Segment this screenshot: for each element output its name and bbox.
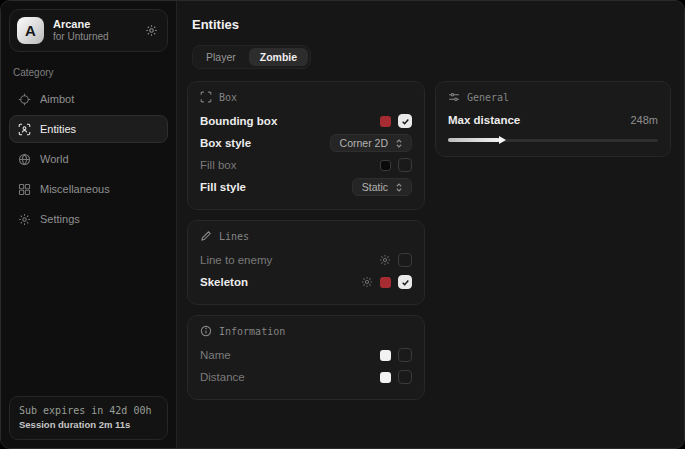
setting-label: Fill style	[200, 181, 246, 193]
setting-row: Skeleton	[200, 271, 412, 293]
subscription-expiry: Sub expires in 42d 00h	[19, 404, 158, 419]
setting-label: Fill box	[200, 159, 236, 171]
setting-label: Box style	[200, 137, 251, 149]
setting-row: Box style Corner 2D	[200, 132, 412, 154]
checkbox-unchecked[interactable]	[398, 158, 412, 172]
session-duration: Session duration 2m 11s	[19, 418, 158, 432]
gear-icon	[18, 213, 31, 226]
dropdown-value: Corner 2D	[340, 137, 388, 149]
setting-row: Bounding box	[200, 110, 412, 132]
info-icon	[200, 325, 212, 337]
setting-label: Line to enemy	[200, 254, 272, 266]
sidebar-item-label: Settings	[40, 213, 80, 225]
max-distance-slider[interactable]	[448, 135, 658, 145]
section-title: Box	[219, 92, 237, 103]
sidebar-item-entities[interactable]: Entities	[9, 115, 168, 143]
box-style-dropdown[interactable]: Corner 2D	[330, 134, 412, 152]
gear-icon[interactable]	[379, 254, 391, 266]
section-title: Lines	[219, 231, 249, 242]
slider-fill	[448, 138, 500, 142]
brand-logo: A	[17, 17, 44, 44]
category-label: Category	[13, 67, 164, 78]
slider-handle[interactable]	[499, 136, 506, 144]
checkbox-checked[interactable]	[398, 275, 412, 289]
entity-scan-icon	[18, 123, 31, 136]
section-title: Information	[219, 326, 285, 337]
globe-icon	[18, 153, 31, 166]
color-swatch[interactable]	[380, 277, 391, 288]
color-swatch[interactable]	[380, 350, 391, 361]
tab-zombie[interactable]: Zombie	[249, 48, 308, 66]
information-section: Information Name Distance	[187, 315, 425, 400]
fill-style-dropdown[interactable]: Static	[352, 178, 412, 196]
sidebar: A Arcane for Unturned Category A	[1, 1, 177, 448]
section-title: General	[467, 92, 509, 103]
checkbox-unchecked[interactable]	[398, 348, 412, 362]
setting-row: Name	[200, 344, 412, 366]
sidebar-item-label: Entities	[40, 123, 76, 135]
sidebar-nav: Aimbot Entities World	[9, 85, 168, 233]
chevrons-up-down-icon	[394, 138, 404, 149]
color-swatch[interactable]	[380, 160, 391, 171]
setting-row: Fill box	[200, 154, 412, 176]
box-scan-icon	[200, 91, 212, 103]
pencil-icon	[200, 230, 212, 242]
color-swatch[interactable]	[380, 116, 391, 127]
lines-section: Lines Line to enemy	[187, 220, 425, 305]
sidebar-item-label: World	[40, 153, 69, 165]
tab-player[interactable]: Player	[195, 48, 247, 66]
slider-value: 248m	[630, 114, 658, 126]
chevrons-up-down-icon	[394, 182, 404, 193]
dropdown-value: Static	[362, 181, 388, 193]
general-section: General Max distance 248m	[435, 81, 671, 157]
grid-icon	[18, 183, 31, 196]
setting-label: Max distance	[448, 114, 520, 126]
brand-name: Arcane	[53, 18, 136, 31]
sliders-icon	[448, 91, 460, 103]
checkbox-checked[interactable]	[398, 114, 412, 128]
crosshair-icon	[18, 93, 31, 106]
gear-icon[interactable]	[145, 24, 158, 37]
sidebar-item-label: Miscellaneous	[40, 183, 110, 195]
brand-subtitle: for Unturned	[53, 31, 136, 43]
entity-type-tabs: Player Zombie	[192, 45, 311, 69]
setting-label: Distance	[200, 371, 245, 383]
sidebar-item-settings[interactable]: Settings	[9, 205, 168, 233]
sidebar-item-miscellaneous[interactable]: Miscellaneous	[9, 175, 168, 203]
main-panel: Entities Player Zombie Box	[177, 1, 684, 448]
checkbox-unchecked[interactable]	[398, 253, 412, 267]
sidebar-item-world[interactable]: World	[9, 145, 168, 173]
setting-label: Name	[200, 349, 231, 361]
page-title: Entities	[192, 17, 671, 32]
brand-card: A Arcane for Unturned	[9, 9, 168, 52]
gear-icon[interactable]	[361, 276, 373, 288]
box-section: Box Bounding box	[187, 81, 425, 210]
setting-row: Fill style Static	[200, 176, 412, 198]
setting-row: Line to enemy	[200, 249, 412, 271]
subscription-card: Sub expires in 42d 00h Session duration …	[9, 396, 168, 440]
color-swatch[interactable]	[380, 372, 391, 383]
setting-label: Bounding box	[200, 115, 277, 127]
sidebar-item-aimbot[interactable]: Aimbot	[9, 85, 168, 113]
app-window: A Arcane for Unturned Category A	[0, 0, 685, 449]
checkbox-unchecked[interactable]	[398, 370, 412, 384]
setting-label: Skeleton	[200, 276, 248, 288]
sidebar-item-label: Aimbot	[40, 93, 74, 105]
setting-row: Distance	[200, 366, 412, 388]
